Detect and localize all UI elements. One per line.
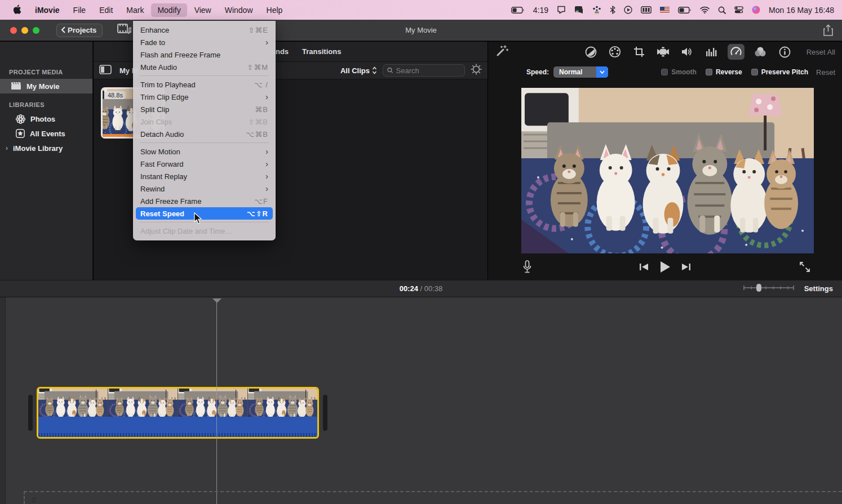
search-input[interactable] bbox=[396, 66, 460, 75]
reset-speed-button[interactable]: Reset bbox=[816, 68, 835, 77]
search-icon bbox=[387, 67, 393, 74]
speed-dropdown[interactable]: Normal bbox=[553, 66, 608, 78]
menu-item-instant-replay[interactable]: Instant Replay› bbox=[133, 170, 276, 182]
app-cluster-icon[interactable] bbox=[592, 6, 601, 15]
menubar-item-edit[interactable]: Edit bbox=[93, 3, 119, 17]
clip-filmstrip bbox=[38, 389, 317, 417]
menubar-item-mark[interactable]: Mark bbox=[120, 3, 150, 17]
projects-back-button[interactable]: Projects bbox=[56, 24, 103, 37]
menu-item-reset-speed[interactable]: Reset Speed⌥⇧R bbox=[136, 207, 273, 220]
color-correction-icon[interactable] bbox=[606, 44, 623, 60]
zoom-button[interactable] bbox=[33, 27, 39, 34]
menu-item-rewind[interactable]: Rewind› bbox=[133, 182, 276, 195]
siri-icon[interactable] bbox=[752, 6, 760, 14]
search-field[interactable] bbox=[383, 64, 465, 77]
menubar-item-window[interactable]: Window bbox=[219, 3, 259, 17]
menubar-item-modify[interactable]: Modify bbox=[151, 3, 187, 17]
crop-icon[interactable] bbox=[631, 44, 648, 60]
menu-item-flash-freeze-frame[interactable]: Flash and Freeze Frame bbox=[133, 48, 276, 61]
adjust-toolbar: Reset All bbox=[488, 42, 842, 62]
screen-mirroring-icon[interactable] bbox=[557, 6, 566, 14]
speed-icon[interactable] bbox=[728, 44, 744, 60]
smooth-checkbox[interactable]: Smooth bbox=[661, 68, 697, 76]
menu-separator bbox=[140, 75, 269, 76]
battery-icon-2[interactable] bbox=[678, 7, 692, 14]
enhance-wand-icon[interactable] bbox=[495, 44, 509, 60]
video-frame-image bbox=[521, 88, 814, 253]
submenu-chevron-icon: › bbox=[265, 94, 268, 100]
noise-equalizer-icon[interactable] bbox=[703, 44, 720, 60]
play-circle-icon[interactable] bbox=[624, 6, 632, 14]
preserve-pitch-checkbox[interactable]: Preserve Pitch bbox=[751, 68, 808, 76]
filmstrip-frame bbox=[178, 389, 248, 417]
submenu-chevron-icon: › bbox=[265, 161, 268, 167]
media-import-icon[interactable] bbox=[117, 24, 132, 37]
sidebar-item-photos[interactable]: Photos bbox=[0, 111, 92, 126]
menu-item-trim-clip-edge[interactable]: Trim Clip Edge› bbox=[133, 91, 276, 103]
wifi-icon[interactable] bbox=[700, 6, 710, 14]
bluetooth-icon[interactable] bbox=[610, 6, 615, 14]
sidebar-toggle-icon[interactable] bbox=[99, 65, 112, 77]
menu-item-add-freeze-frame[interactable]: Add Freeze Frame⌥F bbox=[133, 195, 276, 207]
sidebar-item-my-movie[interactable]: My Movie bbox=[0, 79, 92, 93]
control-center-icon[interactable] bbox=[734, 6, 743, 14]
clip-filter-icon[interactable] bbox=[752, 44, 769, 60]
timeline-settings-button[interactable]: Settings bbox=[804, 284, 833, 293]
menubar-item-file[interactable]: File bbox=[67, 3, 92, 17]
speed-inspector-row: Speed: Normal Smooth Reverse Preserve Pi… bbox=[488, 62, 842, 82]
display-wallpaper-icon[interactable] bbox=[574, 6, 584, 14]
keyboard-brightness-icon[interactable] bbox=[641, 6, 652, 14]
music-note-icon: ♫ bbox=[30, 494, 37, 504]
timeline-clip-selected[interactable] bbox=[37, 387, 319, 439]
menu-item-fade-to[interactable]: Fade to› bbox=[133, 36, 276, 48]
menu-item-trim-to-playhead[interactable]: Trim to Playhead⌥ / bbox=[133, 78, 276, 91]
input-source-flag-icon[interactable] bbox=[660, 7, 670, 14]
menu-item-split-clip[interactable]: Split Clip⌘B bbox=[133, 103, 276, 115]
menu-item-detach-audio[interactable]: Detach Audio⌥⌘B bbox=[133, 128, 276, 140]
trim-handle-left[interactable] bbox=[28, 395, 33, 431]
spotlight-search-icon[interactable] bbox=[718, 6, 726, 14]
photos-icon bbox=[16, 114, 25, 124]
reverse-checkbox[interactable]: Reverse bbox=[706, 68, 742, 76]
minimize-button[interactable] bbox=[21, 27, 28, 34]
menu-item-mute-audio[interactable]: Mute Audio⇧⌘M bbox=[133, 61, 276, 73]
reset-all-button[interactable]: Reset All bbox=[806, 48, 835, 56]
disclosure-chevron-icon[interactable]: › bbox=[6, 144, 8, 152]
menubar-item-imovie[interactable]: iMovie bbox=[29, 3, 66, 17]
submenu-chevron-icon: › bbox=[265, 186, 268, 191]
play-button-icon[interactable] bbox=[659, 261, 671, 275]
viewer-pane: Reset All Speed: Normal Smooth Reverse P… bbox=[488, 42, 842, 280]
menubar-item-help[interactable]: Help bbox=[260, 3, 289, 17]
tab-transitions[interactable]: Transitions bbox=[302, 47, 341, 56]
all-events-icon bbox=[16, 129, 25, 138]
menu-item-fast-forward[interactable]: Fast Forward› bbox=[133, 158, 276, 170]
filmstrip-frame bbox=[38, 389, 108, 417]
background-music-well[interactable]: ♫ bbox=[24, 491, 842, 504]
share-icon[interactable] bbox=[823, 24, 833, 38]
close-button[interactable] bbox=[10, 27, 17, 34]
playhead-line[interactable] bbox=[216, 298, 217, 504]
trim-handle-right[interactable] bbox=[323, 395, 327, 431]
back-chevron-icon bbox=[61, 26, 65, 33]
menubar-item-view[interactable]: View bbox=[188, 3, 218, 17]
color-balance-icon[interactable] bbox=[582, 44, 599, 60]
volume-icon[interactable] bbox=[679, 44, 696, 60]
stabilization-icon[interactable] bbox=[655, 44, 672, 60]
clip-info-icon[interactable] bbox=[776, 44, 793, 60]
playhead-handle[interactable] bbox=[212, 298, 221, 303]
apple-menu-icon[interactable] bbox=[7, 2, 28, 18]
battery-icon[interactable] bbox=[511, 7, 525, 14]
menu-item-enhance[interactable]: Enhance⇧⌘E bbox=[133, 24, 276, 36]
menu-item-slow-motion[interactable]: Slow Motion› bbox=[133, 145, 276, 158]
menubar-clock[interactable]: Mon 16 May 16:48 bbox=[769, 6, 834, 15]
clapperboard-icon bbox=[11, 82, 21, 90]
timeline-zoom-slider[interactable] bbox=[743, 283, 795, 295]
filmstrip-frame bbox=[108, 389, 178, 417]
sidebar-item-all-events[interactable]: All Events bbox=[0, 126, 92, 141]
clip-appearance-icon[interactable] bbox=[471, 64, 482, 77]
timecode-display: 00:24 / 00:38 bbox=[0, 284, 842, 293]
skip-back-icon[interactable] bbox=[639, 262, 649, 274]
sidebar-item-imovie-library[interactable]: › iMovie Library bbox=[0, 141, 92, 155]
skip-forward-icon[interactable] bbox=[681, 262, 691, 274]
all-clips-filter[interactable]: All Clips bbox=[340, 66, 377, 75]
